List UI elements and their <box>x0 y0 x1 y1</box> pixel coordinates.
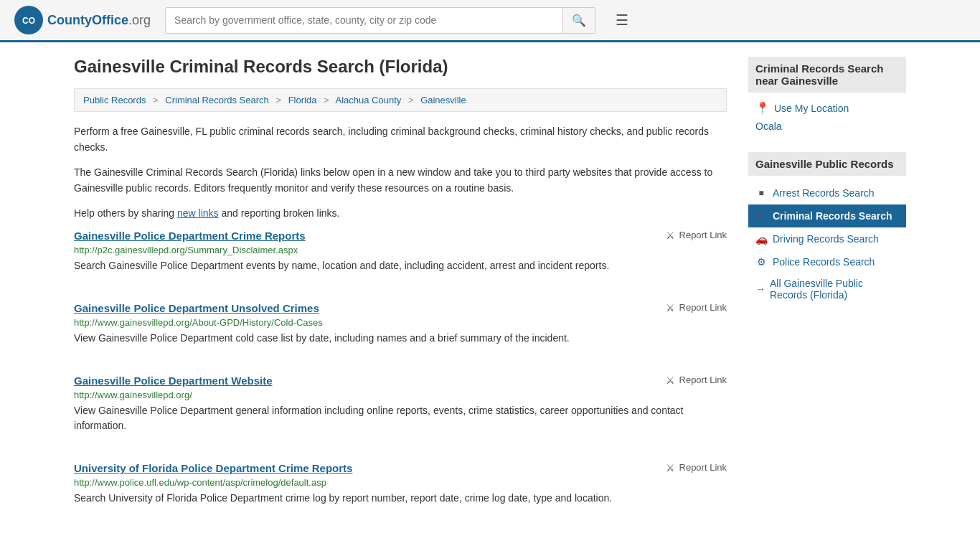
nearby-ocala-link[interactable]: Ocala <box>748 118 906 135</box>
breadcrumb: Public Records > Criminal Records Search… <box>74 88 727 112</box>
result-header: University of Florida Police Department … <box>74 462 727 474</box>
search-bar: 🔍 <box>165 7 595 34</box>
report-link-button[interactable]: ⚔ Report Link <box>666 462 727 474</box>
result-url: http://www.gainesvillepd.org/ <box>74 390 727 400</box>
sidebar-nav-item-2[interactable]: 🚗 Driving Records Search <box>748 227 906 250</box>
result-title[interactable]: Gainesville Police Department Website <box>74 375 273 387</box>
nearby-title: Criminal Records Search near Gainesville <box>748 57 906 93</box>
nav-label-2: Driving Records Search <box>773 233 879 245</box>
result-url: http://p2c.gainesvillepd.org/Summary_Dis… <box>74 245 727 255</box>
result-item: Gainesville Police Department Crime Repo… <box>74 230 727 285</box>
use-my-location-button[interactable]: 📍 Use My Location <box>748 98 856 118</box>
search-icon: 🔍 <box>572 14 586 27</box>
breadcrumb-sep-3: > <box>324 95 329 105</box>
result-desc: View Gainesville Police Department gener… <box>74 403 727 433</box>
results-list: Gainesville Police Department Crime Repo… <box>74 230 727 517</box>
sidebar-nav: ■ Arrest Records Search ! Criminal Recor… <box>748 182 906 273</box>
header: CO CountyOffice.org 🔍 ☰ <box>0 0 980 42</box>
breadcrumb-sep-1: > <box>153 95 159 105</box>
sidebar-nav-item-0[interactable]: ■ Arrest Records Search <box>748 182 906 204</box>
result-desc: Search University of Florida Police Depa… <box>74 491 727 506</box>
logo-text: CountyOffice.org <box>47 13 151 28</box>
breadcrumb-alachua-county[interactable]: Alachua County <box>336 95 402 105</box>
broken-link-icon: ⚔ <box>666 462 675 474</box>
description-p2: The Gainesville Criminal Records Search … <box>74 164 727 197</box>
arrow-right-icon: → <box>755 283 765 295</box>
breadcrumb-sep-2: > <box>275 95 281 105</box>
result-header: Gainesville Police Department Crime Repo… <box>74 230 727 242</box>
main-container: Gainesville Criminal Records Search (Flo… <box>60 42 920 549</box>
result-url: http://www.police.ufl.edu/wp-content/asp… <box>74 477 727 488</box>
search-button[interactable]: 🔍 <box>562 8 595 33</box>
description-p3: Help others by sharing new links and rep… <box>74 205 727 221</box>
result-header: Gainesville Police Department Website ⚔ … <box>74 375 727 387</box>
report-link-label: Report Link <box>679 462 727 473</box>
broken-link-icon: ⚔ <box>666 230 675 241</box>
result-desc: Search Gainesville Police Department eve… <box>74 258 727 273</box>
menu-button[interactable]: ☰ <box>610 9 634 32</box>
breadcrumb-criminal-records-search[interactable]: Criminal Records Search <box>165 95 269 105</box>
result-title[interactable]: Gainesville Police Department Unsolved C… <box>74 302 319 314</box>
report-link-label: Report Link <box>679 375 727 385</box>
nav-icon-0: ■ <box>755 188 767 198</box>
sidebar: Criminal Records Search near Gainesville… <box>748 57 906 534</box>
logo-icon: CO <box>14 6 43 34</box>
nav-icon-1: ! <box>755 210 767 222</box>
broken-link-icon: ⚔ <box>666 302 675 314</box>
nearby-section: Criminal Records Search near Gainesville… <box>748 57 906 135</box>
report-link-button[interactable]: ⚔ Report Link <box>666 302 727 314</box>
report-link-label: Report Link <box>679 230 727 240</box>
result-desc: View Gainesville Police Department cold … <box>74 331 727 346</box>
public-records-section: Gainesville Public Records ■ Arrest Reco… <box>748 152 906 305</box>
breadcrumb-gainesville[interactable]: Gainesville <box>420 95 466 105</box>
sidebar-nav-item-3[interactable]: ⚙ Police Records Search <box>748 250 906 273</box>
location-pin-icon: 📍 <box>755 101 770 115</box>
nav-label-0: Arrest Records Search <box>773 187 875 199</box>
hamburger-icon: ☰ <box>616 12 628 28</box>
result-url: http://www.gainesvillepd.org/About-GPD/H… <box>74 317 727 328</box>
logo-link[interactable]: CO CountyOffice.org <box>14 6 151 34</box>
description-p1: Perform a free Gainesville, FL public cr… <box>74 123 727 156</box>
breadcrumb-public-records[interactable]: Public Records <box>83 95 146 105</box>
result-item: University of Florida Police Department … <box>74 462 727 517</box>
new-links-link[interactable]: new links <box>177 207 219 219</box>
nav-label-1: Criminal Records Search <box>773 210 892 222</box>
nav-icon-2: 🚗 <box>755 233 767 245</box>
nav-label-3: Police Records Search <box>773 256 875 268</box>
report-link-button[interactable]: ⚔ Report Link <box>666 375 727 386</box>
svg-text:CO: CO <box>22 16 35 26</box>
all-records-link[interactable]: → All Gainesville Public Records (Florid… <box>748 273 906 305</box>
result-item: Gainesville Police Department Website ⚔ … <box>74 375 727 445</box>
content-area: Gainesville Criminal Records Search (Flo… <box>74 57 727 534</box>
nav-icon-3: ⚙ <box>755 256 767 268</box>
result-title[interactable]: Gainesville Police Department Crime Repo… <box>74 230 306 242</box>
search-input[interactable] <box>166 9 562 32</box>
result-item: Gainesville Police Department Unsolved C… <box>74 302 727 357</box>
report-link-label: Report Link <box>679 302 727 313</box>
result-header: Gainesville Police Department Unsolved C… <box>74 302 727 314</box>
sidebar-nav-item-1[interactable]: ! Criminal Records Search <box>748 204 906 227</box>
public-records-title: Gainesville Public Records <box>748 152 906 176</box>
report-link-button[interactable]: ⚔ Report Link <box>666 230 727 241</box>
broken-link-icon: ⚔ <box>666 375 675 386</box>
page-title: Gainesville Criminal Records Search (Flo… <box>74 57 727 77</box>
breadcrumb-sep-4: > <box>408 95 414 105</box>
result-title[interactable]: University of Florida Police Department … <box>74 462 352 474</box>
breadcrumb-florida[interactable]: Florida <box>288 95 317 105</box>
